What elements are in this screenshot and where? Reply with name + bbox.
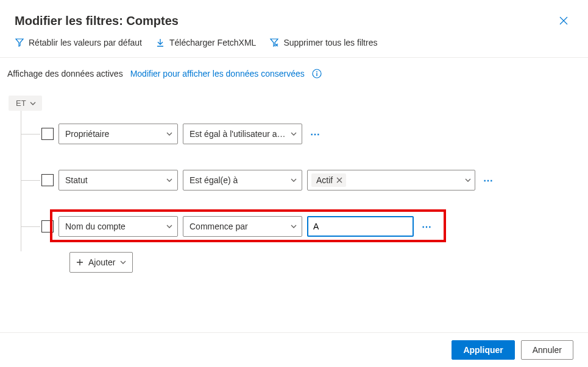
field-value: Statut [65, 175, 88, 185]
add-label: Ajouter [88, 257, 115, 267]
row-more-actions[interactable]: ⋯ [480, 172, 496, 188]
reset-filters-button[interactable]: Rétablir les valeurs par défaut [15, 38, 142, 47]
close-button[interactable] [554, 11, 573, 30]
chevron-down-icon [291, 177, 297, 183]
field-value: Nom du compte [65, 222, 126, 231]
filter-clear-icon [269, 38, 279, 47]
toolbar: Rétablir les valeurs par défaut Téléchar… [0, 38, 588, 57]
download-icon [155, 38, 165, 47]
tag-label: Actif [316, 175, 333, 185]
row-select-checkbox[interactable] [41, 128, 54, 140]
reset-label: Rétablir les valeurs par défaut [29, 38, 142, 47]
cancel-label: Annuler [533, 345, 562, 355]
active-data-label: Affichage des données actives [7, 69, 123, 79]
row-more-actions[interactable]: ⋯ [307, 126, 323, 142]
filter-row: Nom du compte Commence par ⋯ [21, 203, 581, 250]
svg-rect-2 [316, 73, 317, 76]
tag-remove-icon[interactable] [336, 177, 342, 183]
apply-button[interactable]: Appliquer [452, 340, 514, 360]
svg-point-1 [316, 71, 317, 72]
group-operator-label: ET [16, 99, 26, 108]
clear-filters-button[interactable]: Supprimer tous les filtres [269, 38, 377, 47]
data-mode-bar: Affichage des données actives Modifier p… [0, 58, 588, 82]
chevron-down-icon [465, 177, 471, 183]
value-tag: Actif [311, 173, 346, 187]
clear-label: Supprimer tous les filtres [283, 38, 377, 47]
page-title: Modifier les filtres: Comptes [15, 14, 179, 28]
row-select-checkbox[interactable] [41, 220, 54, 232]
chevron-down-icon [291, 131, 297, 137]
value-tag-input[interactable]: Actif [307, 170, 475, 190]
switch-retained-data-link[interactable]: Modifier pour afficher les données conse… [130, 69, 305, 79]
download-label: Télécharger FetchXML [169, 38, 256, 47]
filter-row: Propriétaire Est égal à l'utilisateur ac… [21, 111, 581, 157]
chevron-down-icon [166, 223, 172, 229]
field-dropdown[interactable]: Propriétaire [58, 124, 178, 144]
chevron-down-icon [166, 177, 172, 183]
field-dropdown[interactable]: Statut [58, 170, 178, 190]
field-value: Propriétaire [65, 129, 109, 139]
apply-label: Appliquer [463, 345, 503, 355]
operator-value: Commence par [190, 222, 248, 231]
chevron-down-icon [166, 131, 172, 137]
info-icon[interactable] [312, 69, 322, 79]
plus-icon [76, 259, 83, 266]
chevron-down-icon [30, 100, 36, 107]
operator-value: Est égal(e) à [190, 175, 238, 185]
cancel-button[interactable]: Annuler [521, 340, 573, 360]
download-fetchxml-button[interactable]: Télécharger FetchXML [155, 38, 256, 47]
filter-reset-icon [15, 38, 24, 47]
close-icon [559, 16, 568, 25]
add-condition-button[interactable]: Ajouter [69, 252, 133, 273]
dialog-footer: Appliquer Annuler [0, 332, 588, 367]
row-select-checkbox[interactable] [41, 174, 54, 186]
filter-row: Statut Est égal(e) à Actif ⋯ [21, 157, 581, 203]
operator-dropdown[interactable]: Commence par [183, 216, 302, 237]
operator-value: Est égal à l'utilisateur ac… [190, 129, 287, 139]
operator-dropdown[interactable]: Est égal à l'utilisateur ac… [183, 124, 302, 144]
group-operator-dropdown[interactable]: ET [9, 96, 42, 111]
operator-dropdown[interactable]: Est égal(e) à [183, 170, 302, 190]
field-dropdown[interactable]: Nom du compte [58, 216, 178, 237]
row-more-actions[interactable]: ⋯ [419, 218, 434, 234]
chevron-down-icon [120, 259, 126, 265]
chevron-down-icon [291, 223, 297, 229]
value-text-input[interactable] [307, 216, 414, 237]
